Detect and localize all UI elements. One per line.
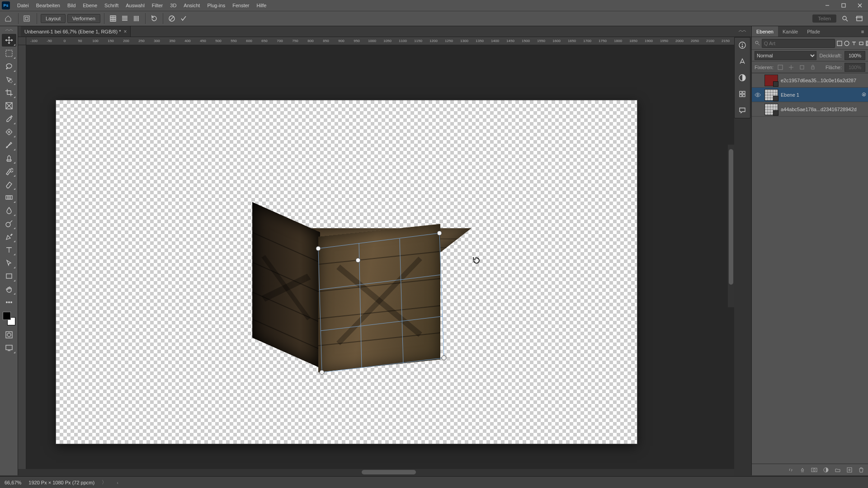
filter-shape-icon[interactable] [859,39,864,47]
close-tab-icon[interactable]: × [123,28,127,35]
menu-type[interactable]: Schrift [101,0,122,11]
right-strip-collapse-icon[interactable] [734,28,750,34]
adjustment-layer-icon[interactable] [822,466,830,474]
properties-panel-icon[interactable] [737,40,747,50]
menu-select[interactable]: Auswahl [122,0,148,11]
rectangle-shape-tool[interactable] [2,270,16,282]
status-history-arrow-icon[interactable]: ‹ [117,480,118,485]
menu-edit[interactable]: Bearbeiten [33,0,64,11]
visibility-toggle[interactable] [754,105,762,113]
window-close-button[interactable] [852,0,868,11]
foreground-swatch[interactable] [3,312,11,320]
search-icon[interactable] [839,13,851,24]
visibility-toggle[interactable] [754,91,762,99]
character-panel-icon[interactable] [737,56,747,66]
cancel-transform-button[interactable] [166,13,178,24]
workspace-switch-icon[interactable] [854,13,865,24]
visibility-toggle[interactable] [754,76,762,84]
lasso-tool[interactable] [2,60,16,73]
gradient-tool[interactable] [2,191,16,204]
menu-3d[interactable]: 3D [166,0,180,11]
vertical-ruler[interactable] [18,45,26,475]
layer-row[interactable]: a44abc5ae178a...d23416728942d [752,102,868,117]
lock-artboard-icon[interactable] [798,63,806,71]
opacity-value[interactable]: 100% [844,51,865,60]
layer-row[interactable]: Ebene 1 ⦿ [752,88,868,102]
clone-stamp-tool[interactable] [2,152,16,164]
vertical-scrollbar[interactable] [728,145,734,307]
filter-adjust-icon[interactable] [844,39,849,47]
canvas-area[interactable]: -100-50050100150200250300350400450500550… [18,37,734,475]
marquee-tool[interactable] [2,47,16,60]
toolbox-collapse-icon[interactable] [3,28,15,33]
layer-fx-icon[interactable]: ⦿ [862,92,866,97]
blur-tool[interactable] [2,204,16,217]
group-layers-icon[interactable] [834,466,842,474]
comments-panel-icon[interactable] [737,105,747,115]
menu-filter[interactable]: Filter [148,0,166,11]
screenmode-toggle[interactable] [2,342,16,354]
quickmask-toggle[interactable] [2,328,16,341]
lock-pixels-icon[interactable] [776,63,784,71]
tab-paths[interactable]: Pfade [802,26,825,37]
layer-thumbnail[interactable] [764,75,778,86]
eraser-tool[interactable] [2,178,16,191]
menu-layer[interactable]: Ebene [79,0,101,11]
layer-name[interactable]: a44abc5ae178a...d23416728942d [781,107,866,112]
grid-3x3-icon[interactable] [107,13,119,24]
dodge-tool[interactable] [2,217,16,230]
edit-toolbar-icon[interactable] [2,296,16,309]
filter-type-icon[interactable] [851,39,857,47]
filter-smart-icon[interactable] [866,39,868,47]
warp-transform-button[interactable]: Verformen [67,14,100,23]
fill-value[interactable]: 100% [844,63,865,72]
frame-tool[interactable] [2,99,16,112]
menu-image[interactable]: Bild [64,0,79,11]
window-maximize-button[interactable] [835,0,852,11]
layer-row[interactable]: e2c1957d6ea35...10c0e16a2d287 [752,73,868,88]
ruler-origin[interactable] [18,37,26,45]
layer-thumbnail[interactable] [764,103,778,115]
transform-preset-icon[interactable] [21,13,32,24]
layer-style-icon[interactable] [798,466,807,474]
commit-transform-button[interactable] [178,13,189,24]
new-layer-icon[interactable] [845,466,854,474]
move-tool[interactable] [2,34,16,47]
artboard[interactable] [56,100,637,444]
libraries-panel-icon[interactable] [737,89,747,99]
reset-warp-icon[interactable] [148,13,160,24]
color-swatches[interactable] [2,311,16,326]
crate-object[interactable] [255,200,436,376]
path-select-tool[interactable] [2,257,16,269]
zoom-readout[interactable]: 66,67% [5,480,21,485]
quick-select-tool[interactable] [2,73,16,86]
menu-file[interactable]: Datei [14,0,33,11]
document-tab[interactable]: Unbenannt-1 bei 66,7% (Ebene 1, RGB/8) *… [21,26,131,37]
menu-view[interactable]: Ansicht [180,0,203,11]
healing-brush-tool[interactable] [2,126,16,138]
layer-name[interactable]: Ebene 1 [781,92,859,98]
delete-layer-icon[interactable] [857,466,865,474]
lock-all-icon[interactable] [809,63,817,71]
filter-image-icon[interactable] [837,39,842,47]
lock-position-icon[interactable] [787,63,795,71]
document-info[interactable]: 1920 Px × 1080 Px (72 ppcm) [28,480,94,485]
horizontal-ruler[interactable]: -100-50050100150200250300350400450500550… [26,37,734,45]
hand-tool[interactable] [2,283,16,296]
adjustments-panel-icon[interactable] [737,73,747,83]
menu-help[interactable]: Hilfe [253,0,270,11]
layer-mask-icon[interactable] [810,466,818,474]
layer-name[interactable]: e2c1957d6ea35...10c0e16a2d287 [781,78,866,83]
crop-tool[interactable] [2,86,16,99]
layer-thumbnail[interactable] [764,89,778,101]
status-chevron-icon[interactable]: 〉 [102,479,107,486]
eyedropper-tool[interactable] [2,113,16,125]
window-minimize-button[interactable] [819,0,835,11]
history-brush-tool[interactable] [2,165,16,178]
layer-filter-input[interactable] [762,39,835,48]
menu-window[interactable]: Fenster [229,0,253,11]
type-tool[interactable] [2,244,16,256]
grid-rows-icon[interactable] [119,13,131,24]
grid-cols-icon[interactable] [131,13,142,24]
menu-plugins[interactable]: Plug-ins [203,0,229,11]
